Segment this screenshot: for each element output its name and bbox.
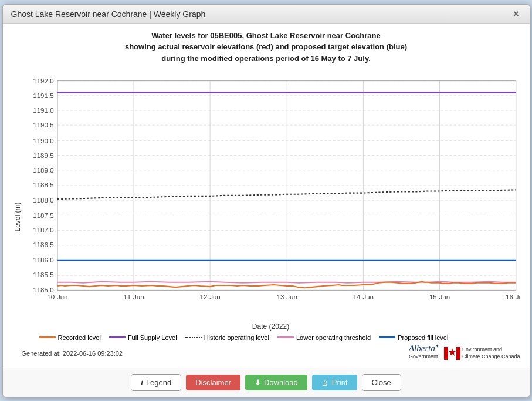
download-button[interactable]: ⬇ Download: [245, 375, 307, 390]
svg-text:14-Jun: 14-Jun: [353, 294, 373, 301]
svg-text:1185.5: 1185.5: [33, 271, 53, 278]
logos: Alberta✦ Government Environment andClima…: [409, 343, 520, 364]
svg-text:10-Jun: 10-Jun: [47, 294, 67, 301]
chart-svg-wrapper: .tick-label { font-size: 11px; fill: #44…: [22, 70, 520, 320]
svg-text:1189.0: 1189.0: [33, 167, 53, 174]
legend-item-proposed: Proposed fill level: [379, 334, 448, 341]
generated-at-text: Generated at: 2022-06-16 09:23:02: [22, 350, 123, 357]
legend-item-historic: Historic operating level: [185, 334, 269, 341]
svg-text:1186.5: 1186.5: [33, 241, 53, 248]
info-icon: i: [141, 378, 143, 387]
svg-rect-50: [456, 347, 460, 360]
legend-item-recorded: Recorded level: [39, 334, 101, 341]
legend-label-recorded: Recorded level: [58, 334, 101, 341]
legend-label-full-supply: Full Supply Level: [128, 334, 177, 341]
svg-text:16-Jun: 16-Jun: [506, 294, 520, 301]
svg-text:1187.5: 1187.5: [33, 212, 53, 219]
svg-text:1185.0: 1185.0: [33, 287, 53, 294]
legend-area: Recorded level Full Supply Level Histori…: [22, 334, 520, 341]
legend-label-proposed: Proposed fill level: [398, 334, 448, 341]
legend-button[interactable]: i Legend: [131, 374, 181, 391]
legend-line-proposed: [379, 336, 395, 338]
svg-text:11-Jun: 11-Jun: [123, 294, 144, 301]
modal-title: Ghost Lake Reservoir near Cochrane | Wee…: [11, 9, 206, 19]
y-axis-label: Level (m): [12, 70, 22, 364]
footer-row: Generated at: 2022-06-16 09:23:02 Albert…: [22, 343, 520, 364]
svg-text:1186.0: 1186.0: [33, 257, 53, 264]
legend-line-lower: [277, 336, 294, 338]
svg-text:1190.5: 1190.5: [33, 122, 53, 129]
modal-body: Water levels for 05BE005, Ghost Lake Res…: [3, 24, 530, 368]
svg-text:1189.5: 1189.5: [33, 152, 53, 159]
modal-footer: i Legend Disclaimer ⬇ Download 🖨 Print C…: [3, 368, 530, 397]
svg-text:1192.0: 1192.0: [33, 77, 53, 85]
svg-text:1188.0: 1188.0: [33, 197, 53, 204]
svg-text:1191.5: 1191.5: [33, 92, 53, 99]
modal-window: Ghost Lake Reservoir near Cochrane | Wee…: [2, 4, 530, 397]
chart-svg: .tick-label { font-size: 11px; fill: #44…: [22, 70, 520, 320]
print-button[interactable]: 🖨 Print: [312, 375, 357, 390]
svg-text:1190.0: 1190.0: [33, 137, 53, 144]
chart-title: Water levels for 05BE005, Ghost Lake Res…: [12, 30, 520, 65]
legend-label-lower: Lower operating threshold: [296, 334, 371, 341]
legend-item-full-supply: Full Supply Level: [109, 334, 177, 341]
svg-rect-48: [444, 347, 448, 360]
alberta-logo: Alberta✦ Government: [409, 343, 439, 364]
legend-line-recorded: [39, 336, 56, 338]
close-button[interactable]: Close: [362, 374, 401, 391]
print-icon: 🖨: [321, 378, 329, 387]
legend-line-historic: [185, 337, 202, 338]
download-icon: ⬇: [255, 378, 261, 387]
modal-header: Ghost Lake Reservoir near Cochrane | Wee…: [3, 5, 530, 24]
svg-text:1191.0: 1191.0: [33, 107, 53, 114]
svg-text:1187.0: 1187.0: [33, 227, 53, 234]
svg-text:1188.5: 1188.5: [33, 181, 53, 188]
canada-flag-icon: [444, 347, 460, 360]
legend-label-historic: Historic operating level: [204, 334, 269, 341]
chart-container: .tick-label { font-size: 11px; fill: #44…: [22, 70, 520, 364]
svg-text:12-Jun: 12-Jun: [199, 294, 220, 301]
canada-text: Environment andClimate Change Canada: [462, 346, 520, 360]
svg-text:15-Jun: 15-Jun: [429, 294, 449, 301]
disclaimer-button[interactable]: Disclaimer: [186, 375, 240, 390]
chart-area: Level (m) .tick-label { font-size: 11: [12, 70, 520, 364]
svg-text:13-Jun: 13-Jun: [276, 294, 297, 301]
legend-line-full-supply: [109, 336, 126, 338]
modal-close-x-button[interactable]: ×: [511, 9, 521, 19]
x-axis-label: Date (2022): [22, 322, 520, 331]
legend-item-lower: Lower operating threshold: [277, 334, 371, 341]
canada-logo: Environment andClimate Change Canada: [444, 346, 520, 360]
